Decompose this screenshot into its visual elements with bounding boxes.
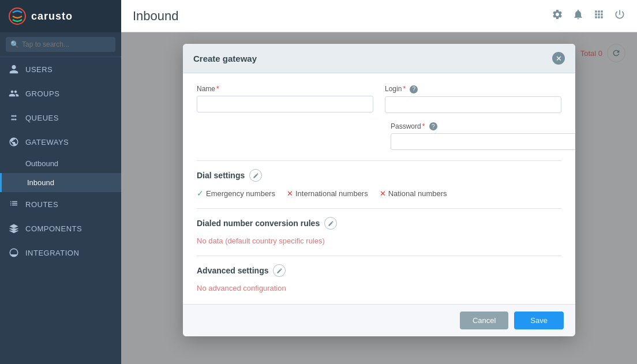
emergency-check-icon: ✓ [197,189,204,198]
sidebar-item-label-inbound: Inbound [27,178,54,187]
divider-1 [197,160,561,161]
grid-icon[interactable] [593,9,605,23]
sidebar: carusto 🔍 USERS GROUPS QUEUES [0,0,121,364]
advanced-settings-no-data: No advanced configuration [197,284,561,292]
dial-tag-emergency: ✓ Emergency numbers [197,189,275,198]
sidebar-item-label-routes: ROUTES [25,200,58,209]
name-required: * [216,85,219,93]
components-icon [8,223,20,234]
modal-overlay: Create gateway ✕ Name* [121,32,637,364]
dialed-conversion-no-data: No data (default country specific rules) [197,237,561,245]
logo-text: carusto [31,10,73,22]
settings-icon[interactable] [552,9,563,23]
national-cross-icon: ✕ [380,189,386,198]
power-icon[interactable] [614,9,625,23]
advanced-settings-title: Advanced settings [197,266,268,275]
users-icon [8,63,20,75]
topbar-actions [552,9,625,23]
sidebar-nav: USERS GROUPS QUEUES GATEWAYS Outbound In… [0,57,121,364]
routes-icon [8,198,20,210]
login-input[interactable] [385,96,561,113]
form-group-login: Login* ? [385,85,561,113]
advanced-settings-header: Advanced settings [197,264,561,277]
dial-settings-title: Dial settings [197,171,245,180]
sidebar-item-label-queues: QUEUES [25,114,59,122]
sidebar-item-gateways[interactable]: GATEWAYS [0,130,121,154]
svg-point-6 [15,119,17,121]
name-label: Name* [197,85,373,93]
modal-close-button[interactable]: ✕ [552,52,565,65]
modal-title: Create gateway [193,54,257,63]
dialed-conversion-header: Dialed number conversion rules [197,217,561,230]
cancel-button[interactable]: Cancel [460,312,508,329]
svg-point-3 [15,115,17,117]
password-required: * [422,122,425,130]
form-row-password: Password* ? [197,122,561,151]
search-icon: 🔍 [10,40,19,48]
password-help-icon[interactable]: ? [429,122,437,130]
sidebar-item-label-outbound: Outbound [25,159,58,168]
dial-settings-header: Dial settings [197,169,561,182]
sidebar-item-users[interactable]: USERS [0,57,121,81]
main-area: Inbound Total 0 [121,0,637,364]
logo-area: carusto [0,0,121,32]
international-tag-label: International numbers [295,189,368,198]
groups-icon [8,88,20,99]
form-row-name-login: Name* Login* ? [197,85,561,113]
sidebar-item-components[interactable]: COMPONENTS [0,216,121,241]
divider-2 [197,208,561,209]
svg-point-5 [13,119,15,121]
dial-tags: ✓ Emergency numbers ✕ International numb… [197,189,561,198]
emergency-tag-label: Emergency numbers [206,189,275,198]
sidebar-item-integration[interactable]: INTEGRATION [0,241,121,265]
login-required: * [403,85,406,93]
login-help-icon[interactable]: ? [410,85,418,93]
dial-tag-international: ✕ International numbers [287,189,368,198]
sidebar-item-label-users: USERS [25,65,53,74]
form-group-password: Password* ? [391,122,575,151]
search-input[interactable] [6,37,115,52]
save-button[interactable]: Save [514,312,564,329]
integration-icon [8,247,20,258]
modal-footer: Cancel Save [183,304,575,336]
form-group-name: Name* [197,85,373,113]
name-input[interactable] [197,96,373,112]
dial-settings-edit-button[interactable] [249,169,262,182]
password-input[interactable] [391,133,575,150]
dial-tag-national: ✕ National numbers [380,189,447,198]
search-area: 🔍 [0,32,121,57]
advanced-settings-edit-button[interactable] [273,264,286,277]
modal-header: Create gateway ✕ [183,44,575,73]
gateways-icon [8,136,20,148]
login-label: Login* ? [385,85,561,93]
national-tag-label: National numbers [388,189,447,198]
sidebar-item-routes[interactable]: ROUTES [0,192,121,216]
password-label: Password* ? [391,122,575,131]
svg-point-4 [12,119,13,121]
dialed-conversion-edit-button[interactable] [324,217,337,230]
queues-icon [8,112,20,123]
logo-icon [8,7,27,25]
topbar: Inbound [121,0,637,32]
dialed-conversion-title: Dialed number conversion rules [197,219,320,228]
sidebar-item-queues[interactable]: QUEUES [0,106,121,130]
sidebar-item-label-gateways: GATEWAYS [25,138,69,147]
sidebar-item-groups[interactable]: GROUPS [0,81,121,106]
sidebar-item-label-components: COMPONENTS [25,224,82,233]
main-content: Total 0 Create gateway ✕ [121,32,637,364]
sidebar-item-label-groups: GROUPS [25,89,59,98]
international-cross-icon: ✕ [287,189,293,198]
svg-point-2 [13,115,15,117]
svg-point-1 [12,115,13,117]
page-title: Inbound [133,9,179,24]
sidebar-item-label-integration: INTEGRATION [25,249,79,257]
create-gateway-modal: Create gateway ✕ Name* [183,44,575,336]
modal-body: Name* Login* ? [183,73,575,304]
divider-3 [197,256,561,256]
sidebar-item-outbound[interactable]: Outbound [0,154,121,173]
sidebar-item-inbound[interactable]: Inbound [0,173,121,192]
bell-icon[interactable] [572,9,584,23]
